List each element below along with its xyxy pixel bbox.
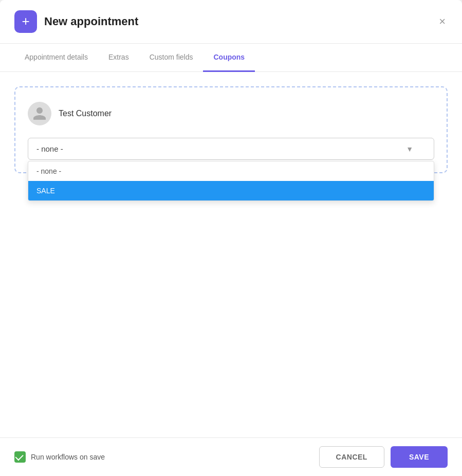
- coupon-section: Test Customer - none - ▼ - none - SALE: [14, 86, 448, 173]
- workflow-label: Run workflows on save: [31, 453, 105, 461]
- modal-header: + New appointment ×: [0, 0, 462, 44]
- plus-button[interactable]: +: [14, 10, 37, 33]
- customer-row: Test Customer: [28, 102, 434, 125]
- select-value: - none -: [36, 144, 63, 153]
- customer-name: Test Customer: [59, 109, 112, 118]
- coupon-select-wrapper: - none - ▼ - none - SALE: [28, 138, 434, 160]
- close-icon: ×: [439, 15, 446, 28]
- modal-footer: Run workflows on save CANCEL SAVE: [0, 437, 462, 476]
- modal-title: New appointment: [44, 15, 138, 28]
- tab-extras[interactable]: Extras: [98, 44, 139, 72]
- tab-custom-fields[interactable]: Custom fields: [139, 44, 204, 72]
- workflow-checkbox[interactable]: [14, 451, 26, 463]
- tab-coupons[interactable]: Coupons: [203, 44, 255, 72]
- save-button[interactable]: SAVE: [391, 446, 448, 468]
- footer-buttons: CANCEL SAVE: [319, 446, 448, 468]
- avatar: [28, 102, 51, 125]
- coupon-dropdown: - none - SALE: [28, 161, 434, 201]
- select-arrow-icon: ▼: [406, 145, 413, 153]
- cancel-button[interactable]: CANCEL: [319, 446, 384, 468]
- close-button[interactable]: ×: [437, 13, 448, 30]
- avatar-icon: [32, 106, 47, 121]
- tab-appointment-details[interactable]: Appointment details: [14, 44, 98, 72]
- workflow-row: Run workflows on save: [14, 451, 105, 463]
- tabs-container: Appointment details Extras Custom fields…: [0, 44, 462, 72]
- modal-body: Test Customer - none - ▼ - none - SALE: [0, 72, 462, 437]
- modal: + New appointment × Appointment details …: [0, 0, 462, 476]
- plus-icon: +: [22, 14, 29, 28]
- coupon-select[interactable]: - none - ▼: [28, 138, 434, 160]
- dropdown-option-sale[interactable]: SALE: [28, 181, 434, 200]
- modal-header-left: + New appointment: [14, 10, 138, 33]
- dropdown-option-none[interactable]: - none -: [28, 161, 434, 181]
